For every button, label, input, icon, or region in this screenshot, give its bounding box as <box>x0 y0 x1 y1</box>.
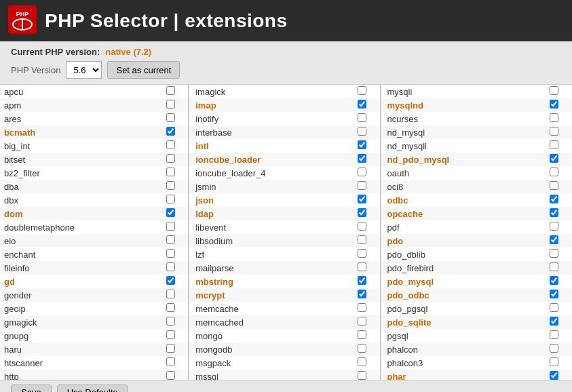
ext-checkbox-cell[interactable] <box>345 166 381 180</box>
ext-checkbox-cell[interactable] <box>536 261 572 275</box>
ext-checkbox[interactable] <box>358 371 366 380</box>
ext-checkbox[interactable] <box>166 195 175 203</box>
ext-checkbox[interactable] <box>550 195 558 203</box>
ext-checkbox-cell[interactable] <box>153 234 189 248</box>
ext-checkbox-cell[interactable] <box>153 207 189 220</box>
ext-checkbox[interactable] <box>358 100 366 109</box>
ext-checkbox[interactable] <box>550 371 558 380</box>
ext-checkbox[interactable] <box>550 317 558 326</box>
ext-checkbox-cell[interactable] <box>153 370 189 380</box>
ext-checkbox-cell[interactable] <box>345 275 381 288</box>
ext-checkbox-cell[interactable] <box>536 85 572 98</box>
ext-checkbox[interactable] <box>166 86 175 95</box>
ext-checkbox[interactable] <box>166 303 175 312</box>
ext-checkbox-cell[interactable] <box>153 153 189 166</box>
ext-checkbox-cell[interactable] <box>345 139 381 153</box>
set-current-button[interactable]: Set as current <box>107 61 180 79</box>
ext-checkbox[interactable] <box>358 344 366 353</box>
ext-checkbox[interactable] <box>166 317 175 326</box>
ext-checkbox-cell[interactable] <box>536 342 572 356</box>
ext-checkbox[interactable] <box>550 154 558 163</box>
ext-checkbox-cell[interactable] <box>345 125 381 139</box>
ext-checkbox[interactable] <box>166 100 175 109</box>
ext-checkbox-cell[interactable] <box>153 261 189 275</box>
ext-checkbox-cell[interactable] <box>345 220 381 234</box>
ext-checkbox-cell[interactable] <box>153 166 189 180</box>
ext-checkbox-cell[interactable] <box>345 248 381 261</box>
ext-checkbox[interactable] <box>358 113 366 122</box>
ext-checkbox[interactable] <box>166 249 175 258</box>
ext-checkbox-cell[interactable] <box>345 302 381 315</box>
ext-checkbox-cell[interactable] <box>153 98 189 112</box>
ext-checkbox-cell[interactable] <box>345 234 381 248</box>
ext-checkbox-cell[interactable] <box>536 98 572 112</box>
ext-checkbox[interactable] <box>166 222 175 231</box>
ext-checkbox[interactable] <box>166 357 175 366</box>
ext-checkbox[interactable] <box>358 330 366 339</box>
ext-checkbox-cell[interactable] <box>345 370 381 380</box>
ext-checkbox[interactable] <box>358 249 366 258</box>
ext-checkbox[interactable] <box>550 276 558 285</box>
ext-checkbox-cell[interactable] <box>536 166 572 180</box>
ext-checkbox[interactable] <box>166 127 175 136</box>
ext-checkbox-cell[interactable] <box>345 112 381 125</box>
ext-checkbox[interactable] <box>358 140 366 149</box>
ext-checkbox[interactable] <box>550 262 558 271</box>
use-defaults-button[interactable]: Use Defaults <box>57 385 128 392</box>
ext-checkbox-cell[interactable] <box>153 315 189 329</box>
ext-checkbox[interactable] <box>550 249 558 258</box>
ext-checkbox[interactable] <box>550 100 558 109</box>
ext-checkbox[interactable] <box>166 235 175 244</box>
ext-checkbox-cell[interactable] <box>345 98 381 112</box>
ext-checkbox-cell[interactable] <box>153 248 189 261</box>
ext-checkbox[interactable] <box>550 357 558 366</box>
ext-checkbox[interactable] <box>550 168 558 176</box>
ext-checkbox-cell[interactable] <box>153 288 189 302</box>
ext-checkbox-cell[interactable] <box>153 302 189 315</box>
ext-checkbox[interactable] <box>358 290 366 298</box>
ext-checkbox[interactable] <box>166 113 175 122</box>
ext-checkbox-cell[interactable] <box>536 153 572 166</box>
ext-checkbox-cell[interactable] <box>153 139 189 153</box>
ext-checkbox[interactable] <box>550 344 558 353</box>
ext-checkbox[interactable] <box>166 290 175 298</box>
ext-checkbox-cell[interactable] <box>536 193 572 207</box>
version-select[interactable]: 5.67.07.17.27.37.4 <box>66 61 102 79</box>
ext-checkbox-cell[interactable] <box>345 85 381 98</box>
ext-checkbox[interactable] <box>166 168 175 176</box>
ext-checkbox[interactable] <box>358 86 366 95</box>
ext-checkbox[interactable] <box>166 344 175 353</box>
ext-checkbox-cell[interactable] <box>153 329 189 342</box>
ext-checkbox[interactable] <box>166 154 175 163</box>
ext-checkbox[interactable] <box>550 290 558 298</box>
ext-checkbox[interactable] <box>166 181 175 190</box>
ext-checkbox[interactable] <box>550 127 558 136</box>
ext-checkbox[interactable] <box>550 86 558 95</box>
ext-checkbox-cell[interactable] <box>536 207 572 220</box>
save-button[interactable]: Save <box>11 385 52 392</box>
ext-checkbox-cell[interactable] <box>345 342 381 356</box>
ext-checkbox-cell[interactable] <box>153 112 189 125</box>
ext-checkbox-cell[interactable] <box>345 180 381 193</box>
ext-checkbox[interactable] <box>358 208 366 217</box>
ext-checkbox-cell[interactable] <box>153 180 189 193</box>
ext-checkbox-cell[interactable] <box>345 261 381 275</box>
ext-checkbox-cell[interactable] <box>536 275 572 288</box>
ext-checkbox-cell[interactable] <box>345 153 381 166</box>
ext-checkbox-cell[interactable] <box>345 207 381 220</box>
ext-checkbox-cell[interactable] <box>153 356 189 370</box>
ext-checkbox[interactable] <box>358 276 366 285</box>
ext-checkbox[interactable] <box>358 235 366 244</box>
ext-checkbox-cell[interactable] <box>536 356 572 370</box>
ext-checkbox[interactable] <box>166 371 175 380</box>
ext-checkbox-cell[interactable] <box>536 302 572 315</box>
ext-checkbox-cell[interactable] <box>536 288 572 302</box>
ext-checkbox-cell[interactable] <box>536 234 572 248</box>
ext-checkbox-cell[interactable] <box>153 193 189 207</box>
ext-checkbox[interactable] <box>358 262 366 271</box>
ext-checkbox[interactable] <box>358 127 366 136</box>
ext-checkbox[interactable] <box>550 235 558 244</box>
ext-checkbox-cell[interactable] <box>153 125 189 139</box>
ext-checkbox-cell[interactable] <box>153 342 189 356</box>
ext-checkbox-cell[interactable] <box>536 220 572 234</box>
